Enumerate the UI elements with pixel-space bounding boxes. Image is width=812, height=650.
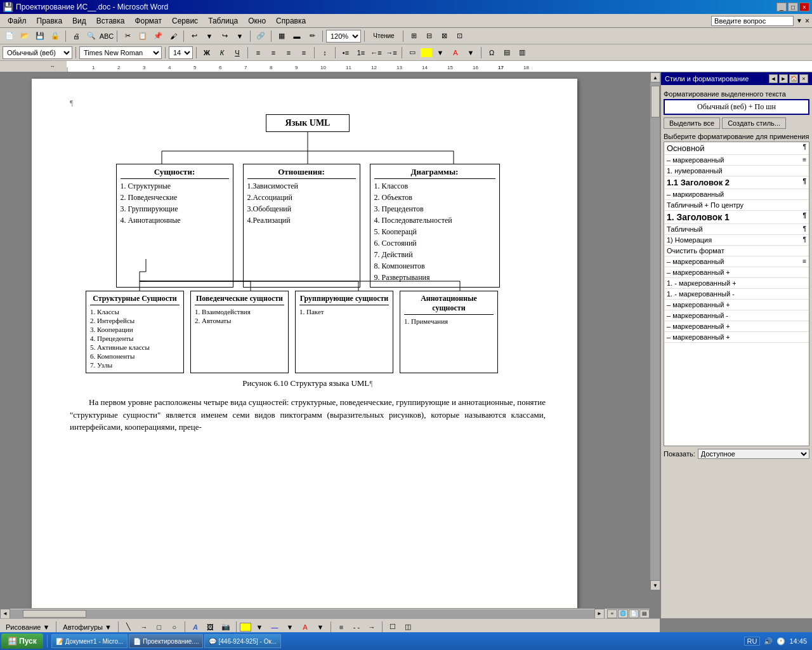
format-painter-button[interactable]: 🖌 xyxy=(166,29,180,43)
taskbar-item-1[interactable]: 📄 Проектирование.... xyxy=(129,634,203,648)
outside-border-button[interactable]: ▭ xyxy=(405,46,419,60)
menu-file[interactable]: Файл xyxy=(3,15,32,27)
style-bullet6[interactable]: 1. - маркерованный - xyxy=(664,289,809,300)
view-print-button[interactable]: 📄 xyxy=(629,609,639,618)
style-table[interactable]: Табличный ¶ xyxy=(664,224,809,235)
hscroll-left-button[interactable]: ◄ xyxy=(0,609,10,619)
indent-dec-button[interactable]: ←≡ xyxy=(369,46,383,60)
scroll-up-button[interactable]: ▲ xyxy=(650,72,660,83)
print-preview-button[interactable]: 🔍 xyxy=(84,29,98,43)
indent-inc-button[interactable]: →≡ xyxy=(384,46,398,60)
style-heading1[interactable]: 1. Заголовок 1 ¶ xyxy=(664,211,809,224)
panel-home-button[interactable]: 🏠 xyxy=(789,74,798,83)
panel-select-all-button[interactable]: Выделить все xyxy=(664,117,720,129)
cut-button[interactable]: ✂ xyxy=(121,29,134,43)
style-table-center[interactable]: Табличный + По центру xyxy=(664,200,809,211)
menu-edit[interactable]: Правка xyxy=(32,15,68,27)
style-numbering[interactable]: 1) Номерация ¶ xyxy=(664,235,809,246)
paste-button[interactable]: 📌 xyxy=(151,29,165,43)
panel-show-select[interactable]: Доступное Все стили xyxy=(698,449,809,459)
view-normal-button[interactable]: ≡ xyxy=(607,609,617,618)
document-area[interactable]: ¶ Язык UML xyxy=(0,72,660,618)
panel-forward-button[interactable]: ► xyxy=(779,74,788,83)
style-bullet7[interactable]: – маркерованный + xyxy=(664,300,809,310)
hscroll-right-button[interactable]: ► xyxy=(594,609,605,619)
menu-insert[interactable]: Вставка xyxy=(91,15,130,27)
panel-back-button[interactable]: ◄ xyxy=(769,74,778,83)
style-numbered1[interactable]: 1. нумерованный xyxy=(664,166,809,176)
bullets-button[interactable]: •≡ xyxy=(339,46,353,60)
scroll-down-button[interactable]: ▼ xyxy=(650,580,660,590)
underline-button[interactable]: Ч xyxy=(230,46,244,60)
style-bullet9[interactable]: – маркерованный + xyxy=(664,321,809,332)
table-button[interactable]: ▦ xyxy=(275,29,289,43)
style-bullet8[interactable]: – маркерованный - xyxy=(664,310,809,321)
start-button[interactable]: 🪟 Пуск xyxy=(1,633,43,649)
view-outline-button[interactable]: ▤ xyxy=(639,609,650,618)
style-bullet2[interactable]: – маркированный xyxy=(664,189,809,200)
copy-button[interactable]: 📋 xyxy=(136,29,150,43)
extra-fmt1[interactable]: ▤ xyxy=(500,46,514,60)
font-color-button[interactable]: A xyxy=(449,46,462,60)
help-search-input[interactable] xyxy=(711,16,794,26)
maximize-button[interactable]: □ xyxy=(788,3,798,11)
style-select[interactable]: Обычный (веб) xyxy=(3,46,72,59)
style-bullet3[interactable]: – маркерованный ≡ xyxy=(664,256,809,267)
menu-table[interactable]: Таблица xyxy=(203,15,243,27)
more-btn[interactable]: ⊞ xyxy=(407,29,421,43)
close-button[interactable]: × xyxy=(799,3,809,11)
scroll-thumb[interactable] xyxy=(651,86,660,117)
menu-help[interactable]: Справка xyxy=(271,15,311,27)
hyperlink-button[interactable]: 🔗 xyxy=(254,29,268,43)
zoom-select[interactable]: 120% 100% 75% xyxy=(326,30,361,43)
style-heading2[interactable]: 1.1 Заголовок 2 ¶ xyxy=(664,176,809,189)
drawing-button[interactable]: ✏ xyxy=(305,29,319,43)
spellcheck-button[interactable]: ABC xyxy=(100,29,114,43)
bold-button[interactable]: Ж xyxy=(200,46,214,60)
italic-button[interactable]: К xyxy=(215,46,229,60)
menu-format[interactable]: Формат xyxy=(129,15,167,27)
undo-dropdown[interactable]: ▼ xyxy=(202,29,216,43)
style-bullet5[interactable]: 1. - маркерованный + xyxy=(664,278,809,289)
view-web-button[interactable]: 🌐 xyxy=(618,609,628,618)
style-bullet4[interactable]: – маркерованный + xyxy=(664,267,809,278)
font-color-dropdown[interactable]: ▼ xyxy=(464,46,478,60)
fill-color-button[interactable] xyxy=(240,623,251,632)
line-spacing-button[interactable]: ↕ xyxy=(318,46,332,60)
vertical-scrollbar[interactable]: ▲ ▼ xyxy=(650,72,660,590)
open-button[interactable]: 📂 xyxy=(18,29,32,43)
ruler-corner[interactable]: ↔ xyxy=(50,63,55,69)
hscroll-thumb[interactable] xyxy=(23,610,86,618)
menu-window[interactable]: Окно xyxy=(243,15,271,27)
save-button[interactable]: 💾 xyxy=(33,29,47,43)
size-select[interactable]: 14 12 10 xyxy=(169,46,193,59)
style-basic[interactable]: Основной ¶ xyxy=(664,142,809,155)
extra-btn1[interactable]: ⊟ xyxy=(422,29,436,43)
redo-button[interactable]: ↪ xyxy=(218,29,232,43)
minimize-button[interactable]: _ xyxy=(776,3,787,11)
style-bullet1[interactable]: – маркерованный ≡ xyxy=(664,155,809,166)
reading-button[interactable]: Чтение xyxy=(368,29,400,43)
new-button[interactable]: 📄 xyxy=(3,29,16,43)
style-clear[interactable]: Очистить формат xyxy=(664,246,809,256)
extra-btn2[interactable]: ⊠ xyxy=(437,29,451,43)
extra-btn3[interactable]: ⊡ xyxy=(452,29,466,43)
font-select[interactable]: Times New Roman xyxy=(79,46,162,59)
align-center-button[interactable]: ≡ xyxy=(266,46,280,60)
highlight-button[interactable] xyxy=(421,48,432,57)
align-right-button[interactable]: ≡ xyxy=(282,46,296,60)
style-bullet10[interactable]: – маркерованный + xyxy=(664,332,809,343)
panel-close-button[interactable]: × xyxy=(799,74,808,83)
symbol-btn[interactable]: Ω xyxy=(485,46,499,60)
close-search-icon[interactable]: × xyxy=(805,17,809,25)
numbering-button[interactable]: 1≡ xyxy=(354,46,368,60)
taskbar-item-2[interactable]: 💬 [446-924-925] - Ок... xyxy=(204,634,281,648)
redo-dropdown[interactable]: ▼ xyxy=(233,29,247,43)
extra-fmt2[interactable]: ▥ xyxy=(515,46,529,60)
align-left-button[interactable]: ≡ xyxy=(251,46,265,60)
align-justify-button[interactable]: ≡ xyxy=(297,46,311,60)
panel-create-style-button[interactable]: Создать стиль... xyxy=(722,117,786,129)
menu-tools[interactable]: Сервис xyxy=(167,15,203,27)
taskbar-item-0[interactable]: 📝 Документ1 - Micro... xyxy=(51,634,128,648)
permission-button[interactable]: 🔒 xyxy=(48,29,62,43)
